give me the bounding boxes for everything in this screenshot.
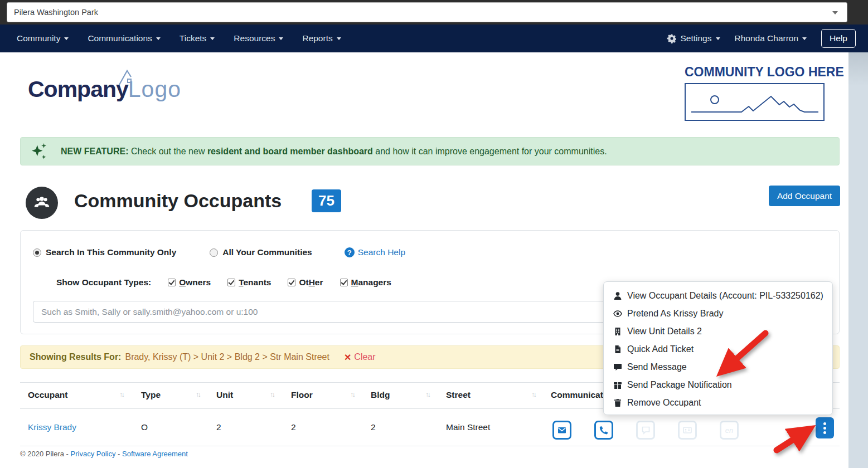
radio-all-communities[interactable] (210, 248, 218, 257)
menu-item-send-message[interactable]: Send Message (604, 358, 832, 376)
question-circle-icon: ? (345, 247, 355, 257)
gear-icon (667, 34, 676, 43)
main-nav: Community Communications Tickets Resourc… (0, 25, 868, 52)
people-group-icon (32, 194, 51, 211)
checkbox-owners-label: Owners (179, 277, 211, 287)
chevron-down-icon (64, 37, 69, 40)
sparkles-icon (31, 143, 47, 160)
company-logo: CompanyLogo (28, 78, 181, 101)
clear-link[interactable]: Clear (354, 352, 375, 362)
feature-banner-text: NEW FEATURE: Check out the new resident … (61, 147, 607, 157)
email-button[interactable] (552, 421, 571, 440)
column-header-occupant[interactable]: Occupant (28, 390, 67, 400)
sort-icon[interactable]: ↑↓ (531, 390, 535, 398)
checkbox-tenants[interactable]: Tenants (227, 277, 271, 287)
nav-right: Settings Rhonda Charron Help (667, 25, 856, 52)
ticket-icon (613, 345, 622, 354)
chevron-down-icon (337, 37, 341, 40)
menu-item-label: View Occupant Details (Account: PIL-5332… (627, 291, 823, 301)
occupants-icon-circle (26, 187, 58, 219)
sort-icon[interactable]: ↑↓ (270, 390, 274, 398)
feature-label: NEW FEATURE: (61, 147, 128, 156)
radio-this-community-label: Search In This Community Only (46, 247, 176, 257)
feature-text-2: and how it can improve engagement for yo… (373, 147, 607, 156)
column-header-floor[interactable]: Floor (291, 390, 313, 400)
house-roof-icon (118, 69, 137, 86)
feature-text-bold: resident and board member dashboard (207, 147, 373, 156)
privacy-policy-link[interactable]: Privacy Policy (71, 450, 116, 458)
community-logo-heading: COMMUNITY LOGO HERE (685, 65, 826, 80)
page-title: Community Occupants (74, 190, 282, 212)
scrollbar-track[interactable] (848, 52, 868, 468)
chevron-down-icon (716, 37, 720, 40)
menu-item-label: Pretend As Krissy Brady (627, 309, 724, 319)
checkbox-managers[interactable]: Managers (340, 277, 391, 287)
app-window: Pilera Washington Park Community Communi… (0, 0, 868, 468)
checkbox-icon (288, 279, 295, 286)
menu-item-send-package-notification[interactable]: Send Package Notification (604, 376, 832, 394)
nav-item-tickets[interactable]: Tickets (180, 33, 215, 43)
nav-item-resources[interactable]: Resources (234, 33, 283, 43)
nav-label: Community (17, 33, 60, 43)
sort-icon[interactable]: ↑↓ (350, 390, 354, 398)
checkbox-icon (340, 279, 348, 286)
menu-item-view-unit-details[interactable]: View Unit Details 2 (604, 323, 832, 340)
checkbox-owners[interactable]: Owners (168, 277, 211, 287)
cell-street: Main Street (446, 422, 490, 432)
search-help-link[interactable]: Search Help (358, 247, 405, 257)
menu-item-view-occupant-details[interactable]: View Occupant Details (Account: PIL-5332… (604, 287, 832, 305)
sort-icon[interactable]: ↑↓ (119, 390, 123, 398)
nav-item-community[interactable]: Community (17, 33, 69, 43)
package-icon (613, 381, 622, 389)
column-header-street[interactable]: Street (446, 390, 471, 400)
mountain-scene-icon (686, 84, 823, 120)
sort-icon[interactable]: ↑↓ (425, 390, 429, 398)
occupant-types-row: Show Occupant Types: Owners Tenants OtHe… (56, 277, 391, 287)
radio-this-community[interactable] (33, 248, 41, 257)
text-message-button (636, 421, 655, 440)
top-bar: Pilera Washington Park (0, 0, 868, 25)
menu-item-quick-add-ticket[interactable]: Quick Add Ticket (604, 340, 832, 358)
clear-x-icon[interactable]: ✕ (344, 352, 351, 363)
settings-menu[interactable]: Settings (667, 33, 720, 43)
column-header-unit[interactable]: Unit (216, 390, 233, 400)
checkbox-managers-label: Managers (351, 277, 391, 287)
nav-menu: Community Communications Tickets Resourc… (17, 25, 341, 52)
nav-label: Tickets (180, 33, 207, 43)
row-actions-menu: View Occupant Details (Account: PIL-5332… (603, 281, 833, 415)
feature-text-1: Check out the new (128, 147, 207, 156)
message-icon (613, 363, 622, 372)
menu-item-remove-occupant[interactable]: Remove Occupant (604, 394, 832, 412)
building-icon (613, 327, 622, 336)
search-scope-row: Search In This Community Only All Your C… (33, 247, 405, 257)
nav-item-communications[interactable]: Communications (88, 33, 160, 43)
chevron-down-icon (802, 37, 807, 40)
phone-button[interactable] (594, 421, 613, 440)
menu-item-label: Send Package Notification (627, 380, 732, 390)
column-header-bldg[interactable]: Bldg (371, 390, 390, 400)
dropdown-caret-icon (832, 11, 838, 14)
language-code: en (725, 426, 733, 435)
add-occupant-button[interactable]: Add Occupant (769, 186, 840, 206)
copyright-text: © 2020 Pilera (20, 450, 64, 458)
occupant-name-link[interactable]: Krissy Brady (28, 422, 76, 432)
nav-label: Communications (88, 33, 152, 43)
community-selector[interactable]: Pilera Washington Park (7, 2, 847, 22)
help-button[interactable]: Help (821, 29, 856, 48)
chevron-down-icon (156, 37, 161, 40)
chat-bubble-icon (641, 426, 651, 435)
community-logo: COMMUNITY LOGO HERE (685, 65, 826, 121)
cell-unit: 2 (216, 422, 221, 432)
footer: © 2020 Pilera - Privacy Policy - Softwar… (20, 450, 188, 458)
nav-item-reports[interactable]: Reports (302, 33, 341, 43)
cell-type: O (141, 422, 148, 432)
sort-icon[interactable]: ↑↓ (196, 390, 200, 398)
user-menu[interactable]: Rhonda Charron (735, 33, 807, 43)
results-breadcrumb: Brady, Krissy (T) > Unit 2 > Bldg 2 > St… (125, 352, 329, 362)
column-header-type[interactable]: Type (141, 390, 161, 400)
row-actions-kebab-button[interactable] (816, 417, 834, 438)
checkbox-other[interactable]: OtHer (288, 277, 323, 287)
occupant-types-label: Show Occupant Types: (56, 277, 151, 287)
menu-item-pretend-as[interactable]: Pretend As Krissy Brady (604, 305, 832, 323)
software-agreement-link[interactable]: Software Agreement (122, 450, 188, 458)
